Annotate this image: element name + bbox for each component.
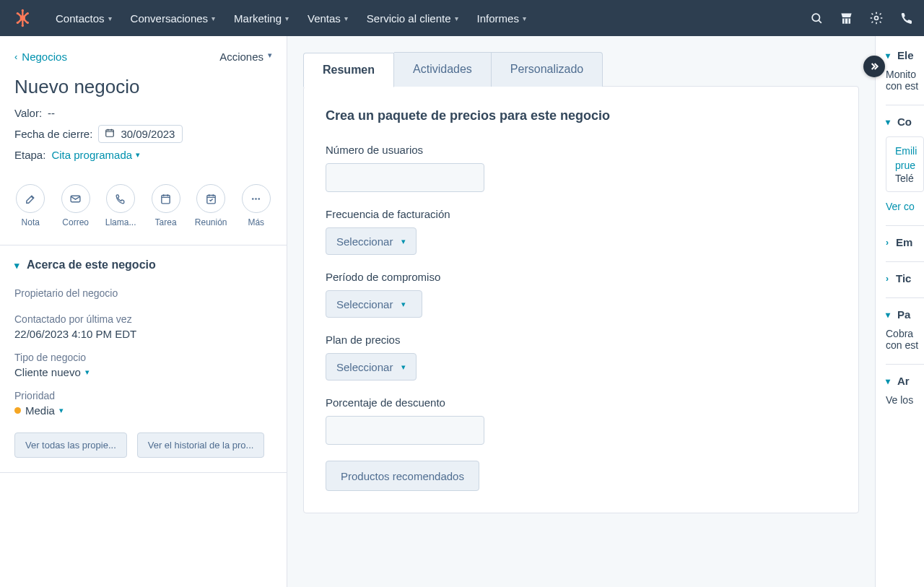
deal-type-dropdown[interactable]: Cliente nuevo▾ [14, 366, 272, 378]
actions-menu[interactable]: Acciones▾ [219, 51, 272, 63]
top-nav: Contactos▾ Conversaciones▾ Marketing▾ Ve… [0, 0, 924, 36]
note-button[interactable]: Nota [14, 184, 46, 227]
value-label: Valor: [14, 107, 42, 119]
elements-text: Monito [886, 69, 924, 80]
contact-card[interactable]: Emili prue Telé [886, 136, 924, 192]
expand-right-panel-button[interactable] [863, 56, 885, 77]
nav-informes[interactable]: Informes▾ [470, 6, 533, 30]
nav-ventas[interactable]: Ventas▾ [300, 6, 355, 30]
more-button[interactable]: Más [240, 184, 272, 227]
chevron-down-icon: ▾ [401, 362, 406, 372]
back-link[interactable]: ‹Negocios [14, 51, 67, 63]
view-history-button[interactable]: Ver el historial de la pro... [137, 432, 265, 458]
nav-contactos[interactable]: Contactos▾ [48, 6, 119, 30]
tabs: Resumen Actividades Personalizado [303, 52, 859, 87]
plan-label: Plan de precios [326, 334, 837, 346]
commit-select[interactable]: Seleccionar▾ [326, 290, 422, 318]
left-sidebar: ‹Negocios Acciones▾ Nuevo negocio Valor:… [0, 36, 287, 587]
svg-point-14 [255, 198, 257, 200]
chevron-down-icon: ▾ [59, 406, 64, 415]
chevron-down-icon: ▾ [268, 51, 272, 63]
tab-actividades[interactable]: Actividades [394, 52, 492, 87]
plan-select[interactable]: Seleccionar▾ [326, 353, 417, 381]
users-label: Número de usuarios [326, 144, 837, 156]
discount-input[interactable] [326, 416, 484, 445]
close-date-row: Fecha de cierre: 30/09/2023 [14, 125, 272, 143]
mail-button[interactable]: Correo [59, 184, 91, 227]
chevron-down-icon: ▾ [212, 14, 215, 22]
svg-point-2 [22, 25, 24, 27]
payments-section-header[interactable]: ▾Pa [886, 308, 924, 321]
nav-servicio[interactable]: Servicio al cliente▾ [359, 6, 466, 30]
svg-point-7 [812, 14, 819, 21]
discount-label: Porcentaje de descuento [326, 396, 837, 409]
close-date-label: Fecha de cierre: [14, 128, 92, 140]
last-contact-label: Contactado por última vez [14, 313, 272, 325]
priority-dropdown[interactable]: Media▾ [14, 404, 272, 417]
phone-icon[interactable] [899, 12, 913, 25]
elements-section-header[interactable]: ▾Ele [886, 49, 924, 61]
tickets-section-header[interactable]: ›Tic [886, 272, 924, 284]
deal-type-label: Tipo de negocio [14, 352, 272, 363]
meeting-button[interactable]: Reunión [195, 184, 227, 227]
value-text: -- [48, 107, 55, 119]
chevron-down-icon: ▾ [886, 310, 890, 320]
commit-label: Período de compromiso [326, 271, 837, 283]
gear-icon[interactable] [869, 11, 884, 25]
chevron-down-icon: ▾ [523, 14, 526, 22]
svg-point-13 [252, 198, 254, 200]
last-contact-value: 22/06/2023 4:10 PM EDT [14, 328, 272, 340]
about-section-header[interactable]: ▾ Acerca de este negocio [14, 258, 272, 271]
card-title: Crea un paquete de precios para este neg… [326, 108, 837, 123]
archives-section-header[interactable]: ▾Ar [886, 375, 924, 387]
svg-rect-9 [106, 130, 114, 136]
svg-point-8 [875, 17, 879, 20]
quick-actions-row: Nota Correo Llama... Tarea Reunión Más [14, 184, 272, 227]
close-date-picker[interactable]: 30/09/2023 [98, 125, 183, 143]
status-dot-icon [14, 407, 21, 414]
billing-select[interactable]: Seleccionar▾ [326, 227, 417, 255]
chevron-right-icon: › [886, 274, 889, 284]
chevron-right-icon: › [886, 238, 889, 248]
elements-text-2: con est [886, 80, 924, 92]
view-contacts-link[interactable]: Ver co [886, 201, 924, 212]
deal-title: Nuevo negocio [14, 76, 272, 98]
pricing-card: Crea un paquete de precios para este neg… [303, 86, 859, 513]
hubspot-logo-icon[interactable] [11, 6, 34, 30]
chevron-left-icon: ‹ [14, 51, 17, 62]
tab-personalizado[interactable]: Personalizado [492, 52, 603, 87]
recommend-products-button[interactable]: Productos recomendados [326, 461, 479, 491]
svg-point-3 [17, 12, 19, 14]
svg-point-6 [27, 22, 29, 24]
chevron-down-icon: ▾ [886, 51, 890, 61]
chevron-down-icon: ▾ [344, 14, 348, 22]
chevron-down-icon: ▾ [455, 14, 458, 22]
marketplace-icon[interactable] [840, 12, 853, 25]
tab-resumen[interactable]: Resumen [303, 53, 394, 87]
contacts-section-header[interactable]: ▾Co [886, 116, 924, 128]
nav-menu: Contactos▾ Conversaciones▾ Marketing▾ Ve… [48, 6, 533, 30]
svg-point-15 [258, 198, 261, 200]
users-input[interactable] [326, 163, 484, 192]
owner-label: Propietario del negocio [14, 287, 272, 299]
chevron-down-icon: ▾ [886, 117, 890, 127]
companies-section-header[interactable]: ›Em [886, 236, 924, 248]
stage-label: Etapa: [14, 149, 45, 161]
stage-row: Etapa: Cita programada▾ [14, 149, 272, 161]
call-button[interactable]: Llama... [105, 184, 136, 227]
svg-rect-12 [206, 195, 214, 203]
center-pane: Resumen Actividades Personalizado Crea u… [287, 36, 875, 587]
view-all-properties-button[interactable]: Ver todas las propie... [14, 432, 127, 458]
nav-conversaciones[interactable]: Conversaciones▾ [123, 6, 223, 30]
nav-marketing[interactable]: Marketing▾ [227, 6, 296, 30]
stage-dropdown[interactable]: Cita programada▾ [51, 149, 140, 161]
deal-value-row: Valor: -- [14, 107, 272, 119]
right-sidebar: ▾Ele Monito con est ▾Co Emili prue Telé … [875, 36, 924, 587]
svg-point-5 [27, 12, 29, 14]
task-button[interactable]: Tarea [149, 184, 181, 227]
svg-point-1 [22, 9, 24, 12]
chevron-down-icon: ▾ [886, 376, 890, 386]
search-icon[interactable] [810, 12, 824, 25]
chevron-down-icon: ▾ [285, 14, 289, 22]
chevron-down-icon: ▾ [401, 237, 406, 246]
